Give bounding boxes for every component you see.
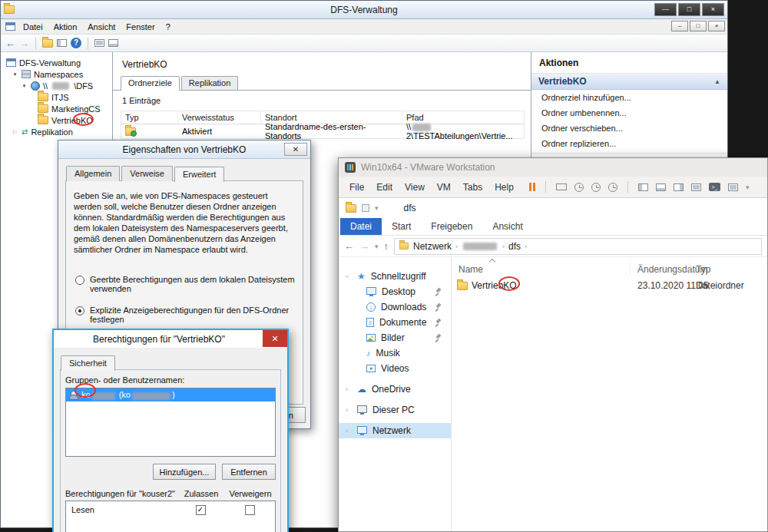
help-icon[interactable]: ? xyxy=(71,38,81,48)
properties-icon[interactable] xyxy=(108,39,118,47)
explorer-titlebar[interactable]: ▾ dfs xyxy=(339,198,767,218)
action-move-folder[interactable]: Ordner verschieben... xyxy=(531,121,727,136)
ribbon-tab-freigeben[interactable]: Freigeben xyxy=(421,218,482,235)
menu-aktion[interactable]: Aktion xyxy=(48,21,83,33)
menu-edit[interactable]: Edit xyxy=(370,180,399,195)
minimize-icon[interactable]: — xyxy=(654,3,677,16)
forward-icon[interactable]: → xyxy=(359,240,369,252)
console-icon[interactable]: >_ xyxy=(709,183,720,191)
menu-fenster[interactable]: Fenster xyxy=(121,21,160,33)
radio-icon-selected[interactable] xyxy=(75,306,84,316)
address-bar[interactable]: Netzwerk › › dfs › xyxy=(394,238,762,255)
tree-item-dfs-verwaltung[interactable]: DFS-Verwaltung xyxy=(1,57,112,68)
revert-snapshot-icon[interactable] xyxy=(591,183,601,192)
tree-item-marketingcs[interactable]: MarketingCS xyxy=(1,103,112,114)
tree-item-vertriebko[interactable]: VertriebKO xyxy=(1,114,112,126)
up-icon[interactable]: ↑ xyxy=(384,240,389,252)
radio-explicit-permissions[interactable]: Explizite Anzeigeberechtigungen für den … xyxy=(75,306,295,324)
action-replicate-folder[interactable]: Ordner replizieren... xyxy=(531,136,727,151)
export-list-icon[interactable] xyxy=(57,39,67,47)
nav-dieser-pc[interactable]: › Dieser PC xyxy=(339,402,451,418)
collapsed-chevron-icon[interactable]: › xyxy=(346,427,348,435)
history-caret-icon[interactable]: ▾ xyxy=(375,243,379,250)
mdi-restore-icon[interactable]: □ xyxy=(690,21,707,31)
mdi-close-icon[interactable]: × xyxy=(708,21,725,31)
nav-netzwerk[interactable]: › Netzwerk xyxy=(339,423,451,438)
add-button[interactable]: Hinzufügen... xyxy=(153,464,216,480)
vmware-titlebar[interactable]: Win10x64 - VMware Workstation xyxy=(339,158,767,177)
tab-ordnerziele[interactable]: Ordnerziele xyxy=(121,76,180,91)
nav-videos[interactable]: Videos xyxy=(339,361,451,376)
up-folder-icon[interactable] xyxy=(42,39,53,48)
back-icon[interactable]: ← xyxy=(344,240,354,252)
expanded-arrow-icon[interactable]: ▾ xyxy=(12,71,18,78)
show-thumbnail-bar-icon[interactable] xyxy=(656,183,666,191)
fit-guest-icon[interactable] xyxy=(728,183,738,191)
column-verweisstatus[interactable]: Verweisstatus xyxy=(178,111,261,124)
nav-onedrive[interactable]: › ☁ OneDrive xyxy=(339,382,451,397)
forward-icon[interactable]: → xyxy=(19,38,29,48)
properties-titlebar[interactable]: Eigenschaften von VertriebKO ✕ xyxy=(58,140,310,159)
show-tree-icon[interactable] xyxy=(94,39,104,47)
column-divider[interactable] xyxy=(630,263,631,275)
deny-checkbox-unchecked[interactable] xyxy=(245,505,255,515)
allow-checkbox-checked[interactable]: ✓ xyxy=(196,505,206,515)
menu-help[interactable]: Help xyxy=(488,180,520,195)
radio-inherited-permissions[interactable]: Geerbte Berechtigungen aus dem lokalen D… xyxy=(75,275,295,293)
file-row-vertriebko[interactable]: VertriebKO 23.10.2020 11:05 Dateiordner xyxy=(452,277,767,294)
close-icon[interactable]: × xyxy=(702,3,724,16)
radio-icon[interactable] xyxy=(75,276,84,285)
table-row[interactable]: Aktiviert Standardname-des-ersten-Stando… xyxy=(121,124,524,138)
user-list-item-selected[interactable]: ko (ko) xyxy=(66,388,275,401)
column-typ[interactable]: Typ xyxy=(696,264,710,275)
menu-ansicht[interactable]: Ansicht xyxy=(82,21,121,33)
nav-dokumente[interactable]: Dokumente xyxy=(339,315,451,330)
fullscreen-icon[interactable] xyxy=(691,183,701,191)
menu-file[interactable]: File xyxy=(343,180,370,195)
menu-tabs[interactable]: Tabs xyxy=(457,180,488,195)
show-console-pane-icon[interactable] xyxy=(674,183,684,191)
collapsed-chevron-icon[interactable]: › xyxy=(346,385,348,393)
group-user-listbox[interactable]: ko (ko) xyxy=(65,388,276,457)
qat-dropdown-icon[interactable]: ▾ xyxy=(375,204,379,212)
nav-schnellzugriff[interactable]: › ★ Schnellzugriff xyxy=(339,269,451,284)
quick-access-toolbar-icon[interactable] xyxy=(362,204,369,212)
nav-desktop[interactable]: Desktop xyxy=(339,284,451,299)
actions-section-header[interactable]: VertriebKO ▲ xyxy=(531,74,727,90)
menu-hilfe[interactable]: ? xyxy=(161,21,176,33)
collapse-chevron-icon[interactable]: ▲ xyxy=(714,78,720,85)
tree-item-namespace-server[interactable]: ▾ \\\DFS xyxy=(1,80,112,91)
close-icon[interactable]: ✕ xyxy=(284,143,307,156)
menu-datei[interactable]: Datei xyxy=(18,21,48,33)
mmc-titlebar[interactable]: DFS-Verwaltung — □ × xyxy=(1,1,727,19)
tab-allgemein[interactable]: Allgemein xyxy=(66,166,120,181)
remove-button[interactable]: Entfernen xyxy=(222,464,276,480)
tab-sicherheit[interactable]: Sicherheit xyxy=(61,355,115,371)
suspend-vm-icon[interactable] xyxy=(529,183,535,191)
tree-item-namespaces[interactable]: ▾ Namespaces xyxy=(1,68,112,80)
action-rename-folder[interactable]: Ordner umbenennen... xyxy=(531,105,727,121)
menu-view[interactable]: View xyxy=(399,180,431,195)
expanded-arrow-icon[interactable]: ▾ xyxy=(21,83,28,89)
ribbon-tab-start[interactable]: Start xyxy=(382,218,421,235)
back-icon[interactable]: ← xyxy=(5,38,15,48)
column-typ[interactable]: Typ xyxy=(121,111,178,124)
permissions-titlebar[interactable]: Berechtigungen für "VertriebKO" ✕ xyxy=(54,330,287,348)
sort-ascending-icon[interactable] xyxy=(489,259,495,265)
ribbon-tab-ansicht[interactable]: Ansicht xyxy=(482,218,532,235)
ribbon-tab-datei[interactable]: Datei xyxy=(340,218,382,235)
tree-item-itjs[interactable]: ITJS xyxy=(1,91,112,103)
nav-musik[interactable]: ♪ Musik xyxy=(339,345,451,361)
mdi-minimize-icon[interactable]: – xyxy=(671,21,688,31)
nav-bilder[interactable]: Bilder xyxy=(339,330,451,345)
tab-erweitert[interactable]: Erweitert xyxy=(174,167,224,182)
tab-replikation[interactable]: Replikation xyxy=(181,76,238,90)
crumb-dfs[interactable]: dfs xyxy=(508,241,521,252)
ctrl-alt-del-icon[interactable] xyxy=(556,183,567,190)
snapshot-manager-icon[interactable] xyxy=(608,183,617,192)
collapsed-chevron-icon[interactable]: › xyxy=(346,406,348,414)
tree-item-replikation[interactable]: ▷ ⇄ Replikation xyxy=(1,126,112,137)
close-icon[interactable]: ✕ xyxy=(263,330,287,347)
dropdown-caret-icon[interactable]: ▾ xyxy=(746,183,750,191)
action-add-folder-target[interactable]: Ordnerziel hinzufügen... xyxy=(531,90,727,105)
